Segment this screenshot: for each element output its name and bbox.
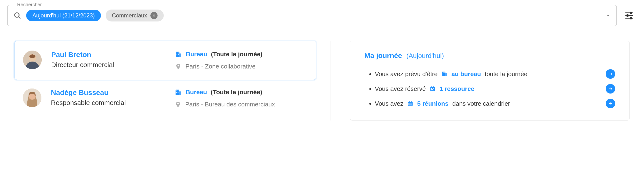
location-place: Paris - Bureau des commerciaux — [185, 101, 275, 108]
chevron-down-icon[interactable] — [606, 13, 611, 18]
pin-icon — [175, 63, 182, 70]
location-place-line: Paris - Bureau des commerciaux — [175, 101, 275, 108]
svg-rect-18 — [178, 54, 179, 55]
svg-rect-14 — [180, 53, 181, 57]
location-duration: (Toute la journée) — [211, 88, 262, 96]
day-item-suffix: dans votre calendrier — [452, 100, 510, 107]
avatar — [23, 51, 42, 69]
person-info: Nadège Busseau Responsable commercial — [51, 88, 165, 107]
location-place-line: Paris - Zone collaborative — [175, 63, 262, 70]
chip-label: Commerciaux — [112, 12, 147, 19]
svg-rect-44 — [409, 103, 410, 104]
day-item-prefix: Vous avez prévu d'être — [375, 70, 438, 78]
arrow-right-button[interactable] — [606, 84, 615, 94]
main-content: Paul Breton Directeur commercial — [0, 31, 644, 130]
svg-rect-41 — [408, 103, 412, 106]
calendar-grid-icon — [407, 101, 414, 107]
svg-rect-23 — [176, 91, 177, 91]
arrow-right-button[interactable] — [606, 69, 615, 79]
day-item-link[interactable]: au bureau — [452, 70, 481, 78]
svg-line-1 — [18, 17, 20, 19]
svg-point-9 — [630, 17, 632, 19]
svg-rect-15 — [176, 52, 177, 53]
day-item: Vous avez prévu d'être au bureau toute l… — [375, 69, 615, 79]
svg-rect-30 — [444, 72, 445, 73]
arrow-right-button[interactable] — [606, 99, 615, 108]
svg-rect-21 — [176, 90, 179, 95]
svg-point-7 — [627, 15, 628, 16]
chip-label: Aujourd'hui (21/12/2023) — [32, 12, 95, 19]
building-icon — [442, 71, 448, 77]
svg-rect-45 — [410, 103, 410, 104]
location-status: Bureau — [186, 51, 207, 58]
location-place: Paris - Zone collaborative — [186, 63, 256, 70]
avatar — [23, 88, 42, 107]
day-list: Vous avez prévu d'être au bureau toute l… — [364, 69, 615, 108]
svg-rect-29 — [443, 72, 444, 73]
svg-rect-26 — [178, 92, 178, 93]
pin-icon — [175, 101, 181, 108]
person-location: Bureau (Toute la journée) Paris - Bureau… — [175, 88, 275, 108]
location-status: Bureau — [186, 88, 207, 96]
person-card[interactable]: Paul Breton Directeur commercial — [14, 41, 316, 80]
location-status-line: Bureau (Toute la journée) — [175, 51, 262, 58]
day-item-link[interactable]: 1 ressource — [440, 85, 474, 93]
filter-settings-button[interactable] — [624, 10, 634, 21]
filter-chip-date[interactable]: Aujourd'hui (21/12/2023) — [26, 10, 101, 21]
svg-point-5 — [630, 12, 632, 14]
filter-chip-group[interactable]: Commerciaux — [106, 10, 164, 22]
building-icon — [175, 51, 182, 58]
day-subtitle: (Aujourd'hui) — [406, 52, 444, 60]
svg-rect-22 — [179, 92, 181, 95]
person-location: Bureau (Toute la journée) Paris - Zone c… — [175, 51, 262, 70]
person-name[interactable]: Nadège Busseau — [51, 88, 165, 97]
day-header: Ma journée (Aujourd'hui) — [364, 52, 615, 60]
day-item-prefix: Vous avez réservé — [375, 85, 426, 93]
day-item-prefix: Vous avez — [375, 100, 404, 107]
divider — [19, 117, 312, 117]
close-icon[interactable] — [150, 12, 158, 19]
svg-rect-27 — [442, 72, 445, 76]
search-icon — [13, 12, 22, 20]
svg-rect-17 — [176, 54, 177, 55]
day-panel: Ma journée (Aujourd'hui) Vous avez prévu… — [350, 41, 630, 121]
person-title: Responsable commercial — [51, 99, 165, 107]
location-status-line: Bureau (Toute la journée) — [175, 88, 275, 96]
svg-rect-49 — [411, 104, 412, 105]
location-duration: (Toute la journée) — [211, 51, 262, 58]
svg-rect-28 — [445, 73, 447, 76]
person-title: Directeur commercial — [51, 61, 166, 69]
person-info: Paul Breton Directeur commercial — [51, 51, 166, 69]
search-bar: Rechercher Aujourd'hui (21/12/2023) Comm… — [0, 0, 644, 31]
day-title: Ma journée — [364, 52, 402, 60]
building-icon — [175, 89, 182, 96]
day-item: Vous avez — [375, 99, 615, 108]
search-field[interactable]: Rechercher Aujourd'hui (21/12/2023) Comm… — [7, 5, 617, 26]
svg-point-0 — [15, 13, 19, 17]
search-legend: Rechercher — [15, 2, 44, 8]
calendar-clock-icon — [430, 86, 436, 92]
day-item: Vous avez réservé — [375, 84, 615, 94]
day-item-link[interactable]: 5 réunions — [417, 100, 448, 107]
svg-rect-48 — [410, 104, 410, 105]
day-card: Ma journée (Aujourd'hui) Vous avez prévu… — [350, 41, 630, 121]
svg-rect-16 — [178, 52, 179, 53]
svg-rect-25 — [176, 92, 177, 93]
person-name[interactable]: Paul Breton — [51, 51, 166, 59]
svg-rect-46 — [411, 103, 412, 104]
svg-rect-24 — [178, 91, 178, 91]
person-card[interactable]: Nadège Busseau Responsable commercial — [14, 80, 316, 117]
svg-rect-47 — [409, 104, 410, 105]
people-list: Paul Breton Directeur commercial — [14, 41, 331, 121]
svg-rect-13 — [176, 52, 180, 57]
day-item-suffix: toute la journée — [485, 70, 528, 78]
